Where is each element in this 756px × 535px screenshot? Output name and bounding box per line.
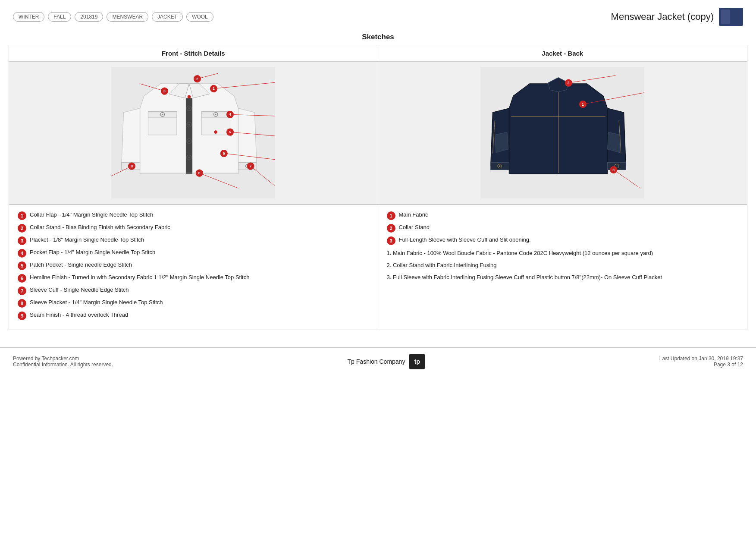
callout-number: 8	[18, 299, 26, 308]
callout-number: 1	[387, 211, 395, 220]
footer-center: Tp Fashion Company tp	[348, 354, 425, 369]
svg-point-19	[215, 114, 216, 115]
callout-text: Full-Length Sleeve with Sleeve Cuff and …	[399, 236, 531, 244]
callout-text: Collar Flap - 1/4" Margin SIngle Needle …	[30, 211, 153, 219]
notes-paragraph: 1. Main Fabric - 100% Wool Boucle Fabric…	[387, 249, 739, 258]
callout-text: Main Fabric	[399, 211, 428, 219]
svg-point-15	[162, 114, 163, 115]
tag-list: WINTERFALL201819MENSWEARJACKETWOOL	[13, 12, 213, 22]
left-callout-item: 2Collar Stand - Bias Binding Finish with…	[18, 223, 369, 233]
front-sketch-panel: 1 2 3 4 5	[9, 62, 378, 204]
footer-confidential: Confidential Information. All rights res…	[13, 362, 113, 368]
front-view-header: Front - Stitch Details	[9, 45, 378, 61]
notes-paragraph: 3. Full Sleeve with Fabric Interlining F…	[387, 273, 739, 282]
svg-text:2: 2	[568, 81, 570, 85]
svg-rect-0	[721, 9, 730, 24]
callout-text: Sleeve Placket - 1/4" Margin Single Need…	[30, 299, 163, 306]
callout-number: 3	[387, 236, 395, 245]
callout-number: 2	[387, 224, 395, 233]
tp-logo: tp	[409, 354, 425, 369]
sketches-header-row: Front - Stitch Details Jacket - Back	[9, 45, 747, 62]
callout-text: Hemline Finish - Turned in with Secondar…	[30, 274, 249, 281]
footer-page-num: Page 3 of 12	[659, 362, 743, 368]
callout-number: 6	[18, 274, 26, 283]
tag-item: FALL	[48, 12, 71, 22]
right-callout-item: 3Full-Length Sleeve with Sleeve Cuff and…	[387, 236, 739, 245]
svg-text:2: 2	[196, 77, 198, 81]
section-heading: Sketches	[0, 30, 756, 45]
left-callout-item: 1Collar Flap - 1/4" Margin SIngle Needle…	[18, 211, 369, 220]
notes-paragraph: 2. Collar Stand with Fabric Interlining …	[387, 261, 739, 270]
svg-point-61	[499, 166, 500, 167]
jacket-thumbnail	[719, 8, 743, 26]
left-callout-item: 7Sleeve Cuff - Single Needle Edge Stitch	[18, 286, 369, 295]
right-details: 1Main Fabric2Collar Stand3Full-Length Sl…	[378, 205, 747, 330]
callout-number: 2	[18, 224, 26, 233]
front-jacket-svg: 1 2 3 4 5	[111, 66, 275, 200]
svg-text:1: 1	[213, 86, 215, 91]
left-callout-item: 8Sleeve Placket - 1/4" Margin Single Nee…	[18, 299, 369, 308]
svg-point-11	[188, 157, 190, 158]
tag-item: 201819	[75, 12, 103, 22]
left-callout-item: 5Patch Pocket - Single needle Edge Stitc…	[18, 261, 369, 270]
callout-number: 9	[18, 312, 26, 320]
callout-text: Collar Stand - Bias Binding Finish with …	[30, 223, 170, 231]
page-footer: Powered by Techpacker.com Confidential I…	[0, 347, 756, 375]
callout-text: Patch Pocket - Single needle Edge Stitch	[30, 261, 132, 269]
left-callout-item: 6Hemline Finish - Turned in with Seconda…	[18, 274, 369, 283]
tag-item: MENSWEAR	[107, 12, 148, 22]
svg-text:5: 5	[229, 130, 231, 134]
callout-number: 1	[18, 211, 26, 220]
svg-point-55	[214, 130, 218, 134]
callout-text: Placket - 1/8" Margin Single Needle Top …	[30, 236, 144, 244]
svg-point-9	[188, 140, 190, 142]
callout-text: Collar Stand	[399, 223, 430, 231]
callout-text: Pocket Flap - 1/4" Margin Single Needle …	[30, 249, 155, 256]
left-callout-item: 3Placket - 1/8" Margin Single Needle Top…	[18, 236, 369, 245]
back-view-header: Jacket - Back	[378, 45, 747, 61]
callout-number: 7	[18, 286, 26, 295]
tag-item: WINTER	[13, 12, 44, 22]
callout-text: Sleeve Cuff - Single Needle Edge Stitch	[30, 286, 129, 294]
details-container: 1Collar Flap - 1/4" Margin SIngle Needle…	[9, 205, 747, 330]
left-details: 1Collar Flap - 1/4" Margin SIngle Needle…	[9, 205, 378, 330]
callout-number: 3	[18, 236, 26, 245]
svg-text:3: 3	[613, 168, 615, 172]
left-callout-item: 9Seam Finish - 4 thread overlock Thread	[18, 311, 369, 320]
svg-text:1: 1	[582, 102, 584, 107]
right-callout-item: 2Collar Stand	[387, 223, 739, 233]
sketches-body-row: 1 2 3 4 5	[9, 62, 747, 205]
page-header: WINTERFALL201819MENSWEARJACKETWOOL Mensw…	[0, 0, 756, 30]
back-sketch-panel: 1 2 3	[378, 62, 747, 204]
right-callout-item: 1Main Fabric	[387, 211, 739, 220]
svg-point-54	[188, 95, 191, 99]
footer-right: Last Updated on Jan 30, 2019 19:37 Page …	[659, 356, 743, 368]
svg-text:3: 3	[163, 89, 166, 93]
title-area: Menswear Jacket (copy)	[611, 8, 743, 26]
left-callout-item: 4Pocket Flap - 1/4" Margin Single Needle…	[18, 249, 369, 258]
svg-rect-1	[732, 9, 741, 24]
svg-text:7: 7	[250, 164, 252, 168]
back-jacket-svg: 1 2 3	[480, 66, 644, 200]
callout-text: Seam Finish - 4 thread overlock Thread	[30, 311, 128, 319]
page-title: Menswear Jacket (copy)	[611, 11, 714, 22]
callout-number: 4	[18, 249, 26, 258]
svg-text:8: 8	[131, 164, 133, 168]
footer-company-name: Tp Fashion Company	[348, 358, 405, 365]
svg-text:4: 4	[229, 112, 231, 116]
svg-text:6: 6	[198, 171, 201, 175]
tag-item: JACKET	[152, 12, 183, 22]
svg-point-7	[188, 124, 190, 126]
svg-point-5	[188, 107, 190, 109]
footer-last-updated: Last Updated on Jan 30, 2019 19:37	[659, 356, 743, 362]
footer-powered-by: Powered by Techpacker.com	[13, 356, 113, 362]
tag-item: WOOL	[186, 12, 213, 22]
sketches-container: Front - Stitch Details Jacket - Back	[9, 45, 747, 205]
svg-text:9: 9	[223, 151, 225, 156]
footer-left: Powered by Techpacker.com Confidential I…	[13, 356, 113, 368]
callout-number: 5	[18, 261, 26, 270]
